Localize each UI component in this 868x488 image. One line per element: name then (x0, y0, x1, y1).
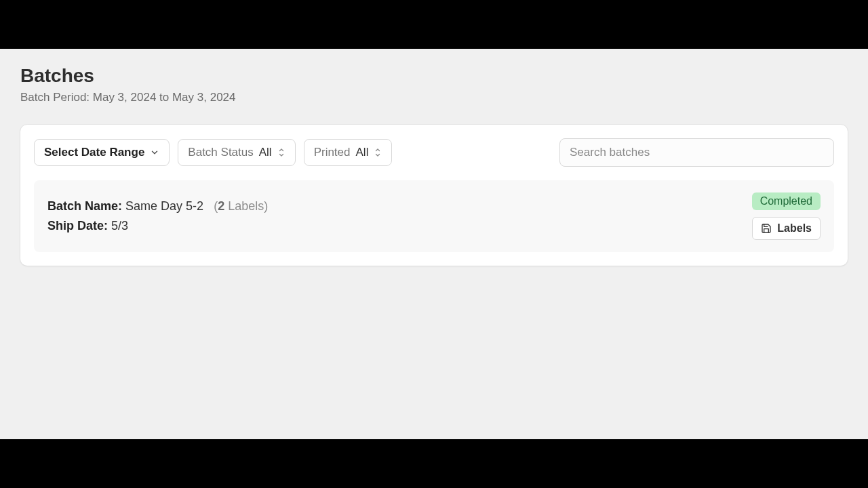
batch-actions: Completed Labels (752, 192, 821, 240)
page-body: Batches Batch Period: May 3, 2024 to May… (0, 49, 868, 439)
ship-date-line: Ship Date: 5/3 (47, 216, 268, 236)
chevron-updown-icon (374, 147, 382, 158)
chevron-down-icon (150, 148, 159, 157)
batch-status-filter[interactable]: Batch Status All (178, 139, 295, 166)
page-subtitle: Batch Period: May 3, 2024 to May 3, 2024 (20, 91, 848, 104)
labels-count-suffix: Labels) (224, 199, 268, 213)
status-badge: Completed (752, 192, 821, 210)
labels-count-num: 2 (218, 199, 224, 213)
printed-filter[interactable]: Printed All (304, 139, 393, 166)
letterbox-top (0, 0, 868, 49)
batch-info: Batch Name: Same Day 5-2 (2 Labels) Ship… (47, 197, 268, 236)
batch-name-label: Batch Name: (47, 199, 122, 213)
printed-filter-value: All (356, 146, 369, 159)
printed-filter-label: Printed (314, 146, 351, 159)
toolbar: Select Date Range Batch Status All Print… (34, 138, 834, 167)
batch-status-filter-value: All (259, 146, 272, 159)
page-title: Batches (20, 65, 848, 87)
labels-button-text: Labels (777, 222, 812, 235)
date-range-label: Select Date Range (44, 146, 144, 159)
batch-row[interactable]: Batch Name: Same Day 5-2 (2 Labels) Ship… (34, 180, 834, 252)
batch-name-value: Same Day 5-2 (125, 199, 203, 213)
labels-button[interactable]: Labels (752, 217, 821, 240)
batch-name-line: Batch Name: Same Day 5-2 (2 Labels) (47, 197, 268, 216)
save-icon (761, 223, 772, 234)
chevron-updown-icon (277, 147, 285, 158)
batch-labels-count: (2 Labels) (214, 199, 268, 213)
batches-card: Select Date Range Batch Status All Print… (20, 125, 848, 266)
batch-status-filter-label: Batch Status (188, 146, 253, 159)
search-input[interactable] (559, 138, 834, 167)
ship-date-value: 5/3 (111, 219, 128, 232)
date-range-button[interactable]: Select Date Range (34, 139, 170, 166)
ship-date-label: Ship Date: (47, 219, 108, 232)
letterbox-bottom (0, 439, 868, 488)
